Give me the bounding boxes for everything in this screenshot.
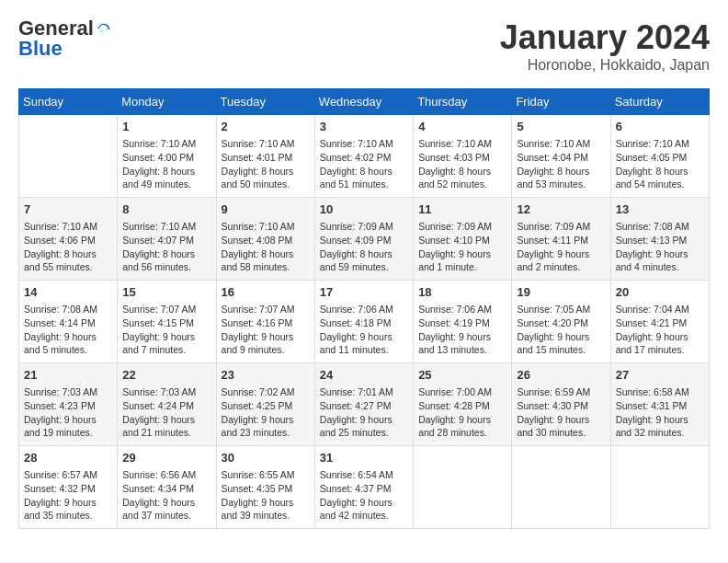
day-number: 15 [122, 284, 210, 301]
day-number: 21 [24, 367, 112, 384]
day-number: 8 [122, 201, 210, 218]
calendar-cell: 28Sunrise: 6:57 AMSunset: 4:32 PMDayligh… [19, 446, 118, 529]
calendar-cell [610, 446, 709, 529]
calendar-cell: 20Sunrise: 7:04 AMSunset: 4:21 PMDayligh… [610, 281, 709, 363]
calendar-cell: 15Sunrise: 7:07 AMSunset: 4:15 PMDayligh… [118, 281, 216, 363]
day-info: Sunrise: 7:10 AMSunset: 4:06 PMDaylight:… [24, 220, 112, 274]
calendar-cell: 10Sunrise: 7:09 AMSunset: 4:09 PMDayligh… [314, 198, 413, 281]
calendar-cell: 14Sunrise: 7:08 AMSunset: 4:14 PMDayligh… [19, 281, 118, 363]
day-info: Sunrise: 6:55 AMSunset: 4:35 PMDaylight:… [222, 468, 310, 523]
calendar-cell: 7Sunrise: 7:10 AMSunset: 4:06 PMDaylight… [19, 198, 118, 281]
day-number: 30 [222, 450, 310, 466]
day-info: Sunrise: 7:02 AMSunset: 4:25 PMDaylight:… [222, 385, 310, 440]
day-number: 22 [122, 367, 210, 384]
day-info: Sunrise: 7:10 AMSunset: 4:02 PMDaylight:… [320, 137, 408, 191]
day-number: 1 [122, 119, 210, 135]
day-info: Sunrise: 6:59 AMSunset: 4:30 PMDaylight:… [517, 385, 605, 440]
day-info: Sunrise: 7:09 AMSunset: 4:11 PMDaylight:… [517, 220, 605, 274]
day-info: Sunrise: 7:10 AMSunset: 4:05 PMDaylight:… [616, 137, 704, 191]
day-info: Sunrise: 7:10 AMSunset: 4:03 PMDaylight:… [418, 137, 506, 191]
logo-general-text: General [18, 18, 94, 39]
calendar-title: January 2024 [500, 18, 710, 57]
weekday-header-row: SundayMondayTuesdayWednesdayThursdayFrid… [19, 89, 710, 115]
day-number: 2 [222, 119, 310, 135]
day-info: Sunrise: 7:09 AMSunset: 4:10 PMDaylight:… [418, 220, 506, 274]
calendar-cell: 8Sunrise: 7:10 AMSunset: 4:07 PMDaylight… [118, 198, 216, 281]
day-number: 19 [517, 284, 605, 301]
calendar-cell: 26Sunrise: 6:59 AMSunset: 4:30 PMDayligh… [512, 363, 610, 446]
calendar-cell: 3Sunrise: 7:10 AMSunset: 4:02 PMDaylight… [314, 115, 413, 198]
day-info: Sunrise: 6:58 AMSunset: 4:31 PMDaylight:… [616, 385, 704, 440]
week-row-1: 1Sunrise: 7:10 AMSunset: 4:00 PMDaylight… [19, 115, 710, 198]
day-number: 4 [418, 119, 506, 135]
calendar-cell: 17Sunrise: 7:06 AMSunset: 4:18 PMDayligh… [314, 281, 413, 363]
calendar-cell: 29Sunrise: 6:56 AMSunset: 4:34 PMDayligh… [118, 446, 216, 529]
day-info: Sunrise: 7:04 AMSunset: 4:21 PMDaylight:… [616, 303, 704, 357]
day-info: Sunrise: 7:01 AMSunset: 4:27 PMDaylight:… [320, 385, 408, 440]
day-number: 18 [418, 284, 506, 301]
day-number: 26 [517, 367, 605, 384]
day-info: Sunrise: 7:03 AMSunset: 4:24 PMDaylight:… [122, 385, 210, 440]
day-number: 31 [320, 450, 408, 466]
calendar-cell: 11Sunrise: 7:09 AMSunset: 4:10 PMDayligh… [414, 198, 512, 281]
day-info: Sunrise: 7:10 AMSunset: 4:08 PMDaylight:… [222, 220, 310, 274]
calendar-cell: 19Sunrise: 7:05 AMSunset: 4:20 PMDayligh… [512, 281, 610, 363]
calendar-cell [512, 446, 610, 529]
logo-icon [96, 20, 112, 37]
day-info: Sunrise: 7:06 AMSunset: 4:19 PMDaylight:… [418, 303, 506, 357]
day-number: 17 [320, 284, 408, 301]
day-number: 20 [616, 284, 704, 301]
day-number: 9 [222, 201, 310, 218]
calendar-cell: 16Sunrise: 7:07 AMSunset: 4:16 PMDayligh… [216, 281, 314, 363]
calendar-cell: 30Sunrise: 6:55 AMSunset: 4:35 PMDayligh… [216, 446, 314, 529]
day-number: 24 [320, 367, 408, 384]
calendar-cell: 9Sunrise: 7:10 AMSunset: 4:08 PMDaylight… [216, 198, 314, 281]
weekday-header-tuesday: Tuesday [216, 89, 314, 115]
week-row-3: 14Sunrise: 7:08 AMSunset: 4:14 PMDayligh… [19, 281, 710, 363]
day-info: Sunrise: 7:03 AMSunset: 4:23 PMDaylight:… [24, 385, 112, 440]
calendar-cell: 12Sunrise: 7:09 AMSunset: 4:11 PMDayligh… [512, 198, 610, 281]
day-info: Sunrise: 7:07 AMSunset: 4:16 PMDaylight:… [222, 303, 310, 357]
calendar-cell [19, 115, 118, 198]
calendar-cell [414, 446, 512, 529]
day-number: 5 [517, 119, 605, 135]
calendar-cell: 21Sunrise: 7:03 AMSunset: 4:23 PMDayligh… [19, 363, 118, 446]
day-info: Sunrise: 6:57 AMSunset: 4:32 PMDaylight:… [24, 468, 112, 523]
day-number: 12 [517, 201, 605, 218]
calendar-cell: 4Sunrise: 7:10 AMSunset: 4:03 PMDaylight… [414, 115, 512, 198]
day-info: Sunrise: 7:09 AMSunset: 4:09 PMDaylight:… [320, 220, 408, 274]
day-number: 28 [24, 450, 112, 466]
day-info: Sunrise: 6:56 AMSunset: 4:34 PMDaylight:… [122, 468, 210, 523]
day-info: Sunrise: 7:08 AMSunset: 4:13 PMDaylight:… [616, 220, 704, 274]
weekday-header-wednesday: Wednesday [314, 89, 413, 115]
day-number: 6 [616, 119, 704, 135]
weekday-header-monday: Monday [118, 89, 216, 115]
day-number: 27 [616, 367, 704, 384]
day-number: 3 [320, 119, 408, 135]
logo: General Blue [18, 18, 112, 59]
day-number: 29 [122, 450, 210, 466]
page-header: General Blue January 2024 Horonobe, Hokk… [18, 18, 710, 74]
day-info: Sunrise: 7:10 AMSunset: 4:07 PMDaylight:… [122, 220, 210, 274]
calendar-cell: 13Sunrise: 7:08 AMSunset: 4:13 PMDayligh… [610, 198, 709, 281]
calendar-cell: 31Sunrise: 6:54 AMSunset: 4:37 PMDayligh… [314, 446, 413, 529]
week-row-4: 21Sunrise: 7:03 AMSunset: 4:23 PMDayligh… [19, 363, 710, 446]
calendar-cell: 27Sunrise: 6:58 AMSunset: 4:31 PMDayligh… [610, 363, 709, 446]
calendar-cell: 2Sunrise: 7:10 AMSunset: 4:01 PMDaylight… [216, 115, 314, 198]
day-info: Sunrise: 7:05 AMSunset: 4:20 PMDaylight:… [517, 303, 605, 357]
day-info: Sunrise: 7:00 AMSunset: 4:28 PMDaylight:… [418, 385, 506, 440]
weekday-header-friday: Friday [512, 89, 610, 115]
day-info: Sunrise: 7:10 AMSunset: 4:01 PMDaylight:… [222, 137, 310, 191]
calendar-table: SundayMondayTuesdayWednesdayThursdayFrid… [18, 88, 710, 529]
week-row-5: 28Sunrise: 6:57 AMSunset: 4:32 PMDayligh… [19, 446, 710, 529]
title-section: January 2024 Horonobe, Hokkaido, Japan [500, 18, 710, 74]
calendar-cell: 6Sunrise: 7:10 AMSunset: 4:05 PMDaylight… [610, 115, 709, 198]
calendar-cell: 5Sunrise: 7:10 AMSunset: 4:04 PMDaylight… [512, 115, 610, 198]
day-info: Sunrise: 7:06 AMSunset: 4:18 PMDaylight:… [320, 303, 408, 357]
day-number: 13 [616, 201, 704, 218]
day-number: 14 [24, 284, 112, 301]
calendar-cell: 24Sunrise: 7:01 AMSunset: 4:27 PMDayligh… [314, 363, 413, 446]
weekday-header-sunday: Sunday [19, 89, 118, 115]
calendar-cell: 22Sunrise: 7:03 AMSunset: 4:24 PMDayligh… [118, 363, 216, 446]
day-number: 23 [222, 367, 310, 384]
